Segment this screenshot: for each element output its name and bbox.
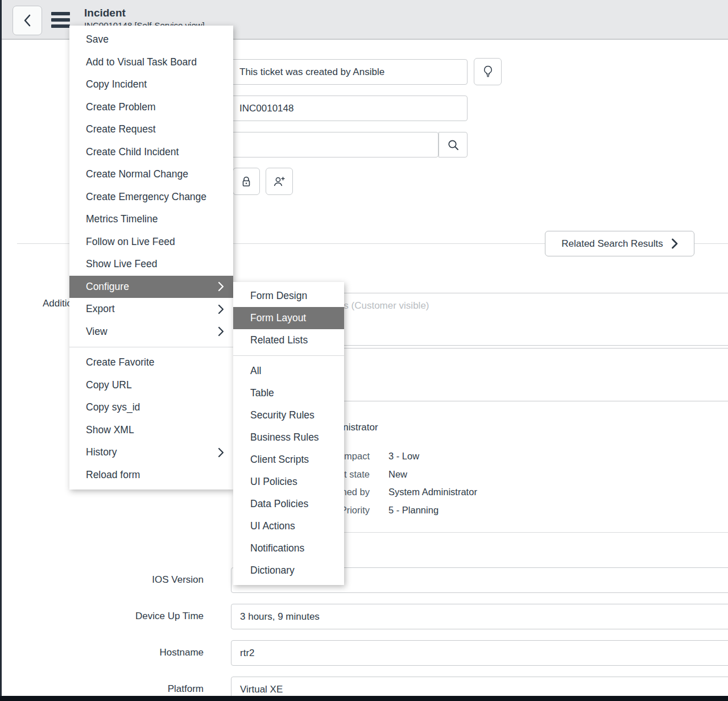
- chevron-right-icon: [218, 304, 224, 314]
- reference-search-button[interactable]: [439, 132, 468, 157]
- menu-item-export[interactable]: Export: [69, 298, 233, 321]
- search-icon: [447, 139, 460, 151]
- submenu-item-dictionary[interactable]: Dictionary: [233, 559, 344, 582]
- chevron-right-icon: [671, 238, 678, 249]
- submenu-divider: [233, 355, 344, 356]
- menu-item-copy-sys-id[interactable]: Copy sys_id: [69, 396, 233, 419]
- menu-item-follow-on-live-feed[interactable]: Follow on Live Feed: [69, 231, 233, 254]
- activity-change-value: System Administrator: [388, 487, 477, 497]
- submenu-item-ui-policies[interactable]: UI Policies: [233, 471, 344, 493]
- add-person-icon: [272, 175, 286, 188]
- menu-item-copy-incident[interactable]: Copy Incident: [69, 73, 233, 96]
- menu-item-show-xml[interactable]: Show XML: [69, 419, 233, 442]
- back-button[interactable]: [13, 6, 42, 35]
- add-person-button[interactable]: [266, 168, 293, 195]
- menu-item-metrics-timeline[interactable]: Metrics Timeline: [69, 208, 233, 231]
- submenu-item-business-rules[interactable]: Business Rules: [233, 426, 344, 449]
- menu-item-create-child-incident[interactable]: Create Child Incident: [69, 141, 233, 164]
- chevron-right-icon: [218, 281, 224, 292]
- activity-change-value: New: [388, 469, 407, 480]
- incident-form-screen: Incident INC0010148 [Self-Service view] …: [0, 0, 728, 701]
- activity-change-value: 3 - Low: [388, 451, 419, 462]
- device-up-time-label: Device Up Time: [57, 611, 204, 622]
- hostname-label: Hostname: [57, 647, 204, 658]
- lock-button[interactable]: [233, 168, 260, 195]
- menu-item-copy-url[interactable]: Copy URL: [69, 374, 233, 397]
- activity-divider: [284, 532, 728, 533]
- suggestion-lightbulb-button[interactable]: [474, 58, 502, 85]
- related-search-results-button[interactable]: Related Search Results: [545, 231, 694, 256]
- short-description-input[interactable]: This ticket was created by Ansible: [230, 59, 468, 85]
- lock-icon: [241, 175, 252, 188]
- configure-submenu: Form Design Form Layout Related Lists Al…: [233, 282, 344, 585]
- submenu-item-ui-actions[interactable]: UI Actions: [233, 515, 344, 537]
- ios-version-label: IOS Version: [57, 574, 204, 586]
- submenu-item-data-policies[interactable]: Data Policies: [233, 493, 344, 515]
- menu-item-create-normal-change[interactable]: Create Normal Change: [69, 163, 233, 186]
- chevron-left-icon: [22, 13, 33, 28]
- menu-divider: [69, 347, 233, 347]
- device-up-time-input[interactable]: 3 hours, 9 minutes: [231, 604, 728, 629]
- lightbulb-icon: [482, 65, 494, 78]
- submenu-item-client-scripts[interactable]: Client Scripts: [233, 449, 344, 471]
- submenu-item-all[interactable]: All: [233, 360, 344, 382]
- submenu-item-related-lists[interactable]: Related Lists: [233, 329, 344, 351]
- page-title: Incident: [84, 7, 126, 19]
- menu-item-show-live-feed[interactable]: Show Live Feed: [69, 253, 233, 276]
- context-menu: Save Add to Visual Task Board Copy Incid…: [69, 26, 233, 490]
- chevron-right-icon: [218, 326, 224, 337]
- menu-item-create-emergency-change[interactable]: Create Emergency Change: [69, 186, 233, 209]
- chevron-right-icon: [218, 447, 224, 458]
- hamburger-menu-icon[interactable]: [51, 12, 70, 29]
- hostname-input[interactable]: rtr2: [231, 640, 728, 666]
- submenu-item-notifications[interactable]: Notifications: [233, 537, 344, 559]
- menu-item-add-to-visual-task-board[interactable]: Add to Visual Task Board: [69, 51, 233, 74]
- submenu-item-form-design[interactable]: Form Design: [233, 285, 344, 307]
- menu-item-view[interactable]: View: [69, 321, 233, 343]
- number-input[interactable]: INC0010148: [230, 96, 468, 121]
- menu-item-reload-form[interactable]: Reload form: [69, 464, 233, 487]
- activity-change-value: 5 - Planning: [388, 505, 439, 516]
- menu-item-history[interactable]: History: [69, 441, 233, 464]
- submenu-item-table[interactable]: Table: [233, 382, 344, 404]
- menu-item-create-favorite[interactable]: Create Favorite: [69, 351, 233, 374]
- platform-label: Platform: [57, 683, 204, 695]
- menu-item-create-problem[interactable]: Create Problem: [69, 96, 233, 119]
- menu-item-create-request[interactable]: Create Request: [69, 118, 233, 141]
- taskbar-edge: [0, 696, 728, 701]
- window-edge: [0, 0, 2, 701]
- menu-item-configure[interactable]: Configure: [69, 276, 233, 298]
- submenu-item-form-layout[interactable]: Form Layout: [233, 307, 344, 329]
- submenu-item-security-rules[interactable]: Security Rules: [233, 404, 344, 426]
- menu-item-save[interactable]: Save: [69, 28, 233, 51]
